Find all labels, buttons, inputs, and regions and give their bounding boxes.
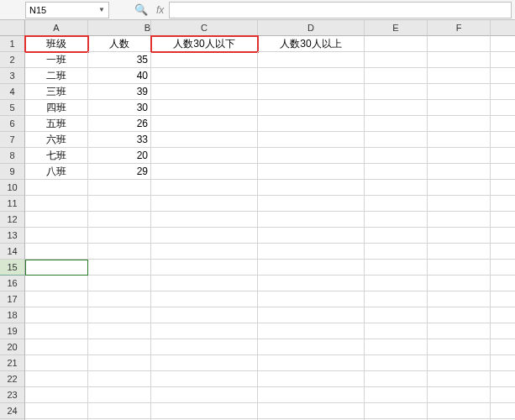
cell-E6[interactable]: [365, 116, 428, 132]
row-header-16[interactable]: 16: [0, 276, 25, 291]
cell-E22[interactable]: [365, 371, 428, 387]
cell-D3[interactable]: [258, 68, 365, 84]
cell-G15[interactable]: [491, 260, 515, 276]
cell-G8[interactable]: [491, 148, 515, 164]
cell-A3[interactable]: 二班: [25, 68, 88, 84]
select-all-corner[interactable]: [0, 20, 25, 36]
cell-F2[interactable]: [428, 52, 491, 68]
cell-A2[interactable]: 一班: [25, 52, 88, 68]
row-header-5[interactable]: 5: [0, 100, 25, 116]
cell-E18[interactable]: [365, 307, 428, 323]
cell-E17[interactable]: [365, 291, 428, 307]
cell-G6[interactable]: [491, 116, 515, 132]
cell-E16[interactable]: [365, 276, 428, 291]
row-header-8[interactable]: 8: [0, 148, 25, 164]
cell-B19[interactable]: [88, 323, 151, 339]
cell-D19[interactable]: [258, 323, 365, 339]
cell-C15[interactable]: [151, 260, 258, 276]
formula-input[interactable]: [169, 2, 512, 18]
row-header-10[interactable]: 10: [0, 180, 25, 196]
cell-A12[interactable]: [25, 212, 88, 228]
cell-B24[interactable]: [88, 403, 151, 419]
cell-A9[interactable]: 八班: [25, 164, 88, 180]
cell-E10[interactable]: [365, 180, 428, 196]
cell-E12[interactable]: [365, 212, 428, 228]
cell-G10[interactable]: [491, 180, 515, 196]
cell-C3[interactable]: [151, 68, 258, 84]
cell-F15[interactable]: [428, 260, 491, 276]
cell-E3[interactable]: [365, 68, 428, 84]
cell-G4[interactable]: [491, 84, 515, 100]
cell-G9[interactable]: [491, 164, 515, 180]
cell-G16[interactable]: [491, 276, 515, 291]
cell-A6[interactable]: 五班: [25, 116, 88, 132]
cell-A23[interactable]: [25, 387, 88, 403]
cell-C5[interactable]: [151, 100, 258, 116]
cell-G5[interactable]: [491, 100, 515, 116]
cell-C10[interactable]: [151, 180, 258, 196]
row-header-21[interactable]: 21: [0, 355, 25, 371]
cell-C1[interactable]: 人数30人以下: [151, 36, 258, 52]
cell-G2[interactable]: [491, 52, 515, 68]
cell-F23[interactable]: [428, 387, 491, 403]
cell-C13[interactable]: [151, 228, 258, 244]
cell-A5[interactable]: 四班: [25, 100, 88, 116]
row-header-19[interactable]: 19: [0, 323, 25, 339]
cell-G20[interactable]: [491, 339, 515, 355]
cell-A18[interactable]: [25, 307, 88, 323]
cell-B20[interactable]: [88, 339, 151, 355]
cell-C19[interactable]: [151, 323, 258, 339]
cell-G3[interactable]: [491, 68, 515, 84]
cell-B12[interactable]: [88, 212, 151, 228]
cell-C11[interactable]: [151, 196, 258, 212]
cell-B2[interactable]: 35: [88, 52, 151, 68]
cell-A1[interactable]: 班级: [25, 36, 88, 52]
cell-D7[interactable]: [258, 132, 365, 148]
cell-E7[interactable]: [365, 132, 428, 148]
row-header-9[interactable]: 9: [0, 164, 25, 180]
cell-C21[interactable]: [151, 355, 258, 371]
cell-D11[interactable]: [258, 196, 365, 212]
row-header-24[interactable]: 24: [0, 403, 25, 419]
cell-C20[interactable]: [151, 339, 258, 355]
cell-A22[interactable]: [25, 371, 88, 387]
cell-A4[interactable]: 三班: [25, 84, 88, 100]
cell-G24[interactable]: [491, 403, 515, 419]
cell-D24[interactable]: [258, 403, 365, 419]
cell-F12[interactable]: [428, 212, 491, 228]
cell-E5[interactable]: [365, 100, 428, 116]
cell-G22[interactable]: [491, 371, 515, 387]
cell-D4[interactable]: [258, 84, 365, 100]
search-icon[interactable]: 🔍: [134, 3, 148, 16]
cell-A14[interactable]: [25, 244, 88, 260]
cell-C6[interactable]: [151, 116, 258, 132]
cell-D17[interactable]: [258, 291, 365, 307]
cell-B3[interactable]: 40: [88, 68, 151, 84]
column-header-E[interactable]: E: [365, 20, 428, 36]
cell-F24[interactable]: [428, 403, 491, 419]
cell-B21[interactable]: [88, 355, 151, 371]
row-header-1[interactable]: 1: [0, 36, 25, 52]
column-header-partial[interactable]: [491, 20, 515, 36]
row-header-17[interactable]: 17: [0, 291, 25, 307]
cell-F19[interactable]: [428, 323, 491, 339]
cell-B5[interactable]: 30: [88, 100, 151, 116]
cell-A15[interactable]: [25, 260, 88, 276]
cell-E19[interactable]: [365, 323, 428, 339]
cell-D10[interactable]: [258, 180, 365, 196]
cell-B10[interactable]: [88, 180, 151, 196]
row-header-7[interactable]: 7: [0, 132, 25, 148]
row-header-15[interactable]: 15: [0, 260, 25, 276]
cell-D20[interactable]: [258, 339, 365, 355]
cell-E8[interactable]: [365, 148, 428, 164]
cell-B22[interactable]: [88, 371, 151, 387]
cell-B1[interactable]: 人数: [88, 36, 151, 52]
fx-icon[interactable]: fx: [156, 4, 164, 16]
cell-A8[interactable]: 七班: [25, 148, 88, 164]
cell-B15[interactable]: [88, 260, 151, 276]
cell-F18[interactable]: [428, 307, 491, 323]
cell-F16[interactable]: [428, 276, 491, 291]
cell-C4[interactable]: [151, 84, 258, 100]
cell-A16[interactable]: [25, 276, 88, 291]
chevron-down-icon[interactable]: ▼: [98, 6, 105, 13]
